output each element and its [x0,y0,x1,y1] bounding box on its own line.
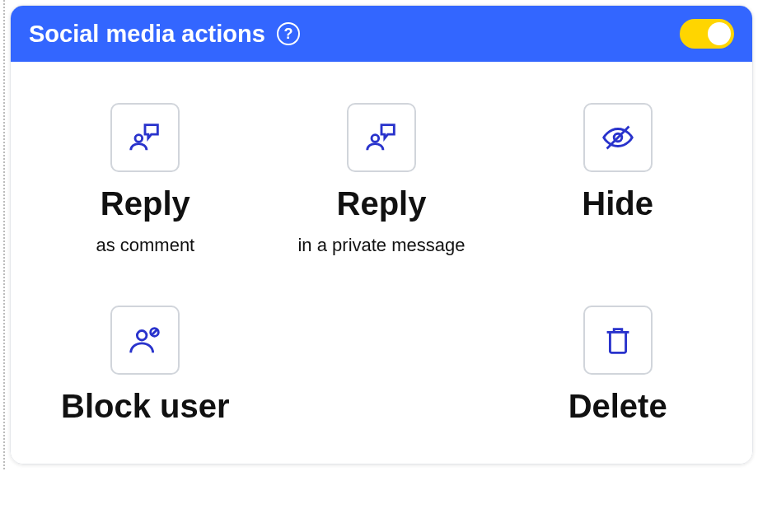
eye-off-icon [599,119,637,156]
block-user-icon [126,321,164,359]
action-reply-comment[interactable]: Reply as comment [35,103,255,256]
svg-line-6 [152,329,157,335]
action-hide[interactable]: Hide [508,103,728,256]
block-user-icon-box [110,306,180,375]
action-subtitle: in a private message [297,235,465,256]
panel-title: Social media actions [29,21,265,48]
action-title: Block user [61,390,230,422]
svg-point-0 [135,135,143,142]
action-delete[interactable]: Delete [508,306,728,422]
help-icon[interactable]: ? [277,22,300,45]
action-title: Delete [568,390,667,422]
reply-person-icon [126,119,164,156]
reply-private-icon-box [347,103,416,172]
reply-comment-icon-box [110,103,180,172]
action-subtitle: as comment [96,235,194,256]
social-actions-panel: Social media actions ? Reply as comment [10,5,753,464]
action-title: Reply [101,187,190,220]
enable-toggle[interactable] [680,19,734,49]
toggle-knob [708,22,731,45]
panel-header: Social media actions ? [11,6,752,62]
action-title: Reply [337,187,427,220]
reply-person-icon [363,119,400,156]
action-block-user[interactable]: Block user [35,306,255,422]
hide-icon-box [583,103,653,172]
actions-grid: Reply as comment Reply in a private mess… [35,103,728,422]
svg-point-1 [372,135,379,142]
action-reply-private[interactable]: Reply in a private message [272,103,492,256]
action-title: Hide [582,187,653,220]
svg-point-4 [138,331,147,341]
dotted-guide [3,0,5,469]
empty-cell [272,306,492,422]
delete-icon-box [583,306,653,375]
panel-content: Reply as comment Reply in a private mess… [11,62,752,464]
trash-icon [599,321,637,359]
